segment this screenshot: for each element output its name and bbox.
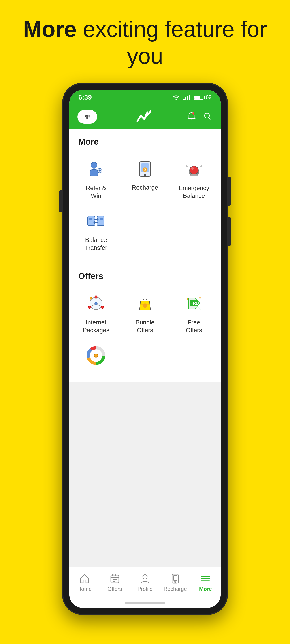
donut-item[interactable] — [72, 339, 121, 375]
recharge-icon: $ — [134, 158, 156, 180]
svg-point-5 — [192, 112, 194, 115]
nav-home[interactable]: Home — [69, 573, 100, 592]
svg-line-7 — [209, 118, 211, 120]
svg-line-20 — [186, 166, 188, 168]
page-headline: More exciting feature for you — [22, 16, 268, 69]
svg-rect-25 — [88, 216, 95, 226]
home-icon — [79, 573, 90, 584]
search-icon — [203, 111, 213, 121]
refer-win-item[interactable]: Refer &Win — [72, 152, 121, 204]
lang-button[interactable]: বাং — [77, 110, 97, 124]
nav-offers-label: Offers — [107, 586, 122, 592]
svg-rect-60 — [173, 576, 177, 580]
logo-icon — [133, 109, 151, 124]
nav-profile-label: Profile — [137, 586, 153, 592]
offers-empty-1 — [121, 339, 170, 375]
svg-rect-3 — [187, 96, 188, 100]
bundle-offers-item[interactable]: BundleOffers — [121, 287, 170, 339]
bottom-nav: Home Offers — [69, 567, 221, 598]
nav-recharge[interactable]: Recharge — [160, 573, 190, 592]
battery-percent: 69 — [206, 94, 212, 100]
svg-point-37 — [90, 297, 92, 300]
svg-point-42 — [187, 298, 188, 300]
refer-icon — [85, 158, 107, 180]
nav-profile[interactable]: Profile — [130, 573, 160, 592]
svg-text:FREE: FREE — [190, 301, 201, 306]
svg-point-32 — [101, 306, 104, 308]
svg-line-21 — [200, 166, 202, 168]
svg-point-19 — [189, 166, 198, 174]
page-background: More exciting feature for you 6:39 — [0, 0, 290, 644]
svg-point-58 — [143, 575, 147, 579]
status-time: 6:39 — [78, 94, 92, 101]
nav-more-label: More — [199, 586, 212, 592]
emergency-balance-item[interactable]: EmergencyBalance — [169, 152, 218, 204]
svg-point-51 — [94, 354, 98, 357]
offers-section-title: Offers — [69, 264, 221, 285]
bell-button[interactable] — [187, 111, 196, 122]
recharge-item[interactable]: $ Recharge — [121, 152, 170, 204]
svg-rect-28 — [100, 218, 103, 220]
status-icons: 69 — [172, 94, 212, 100]
free-offers-item[interactable]: FREE FreeOffers — [169, 287, 218, 339]
emergency-balance-label: EmergencyBalance — [179, 184, 209, 200]
svg-point-30 — [95, 296, 97, 298]
svg-point-23 — [191, 167, 194, 170]
internet-packages-label: InternetPackages — [83, 319, 109, 334]
phone-wrapper: 6:39 — [62, 83, 228, 615]
home-indicator — [69, 598, 221, 608]
status-bar: 6:39 — [69, 90, 221, 104]
main-content: More — [69, 129, 221, 567]
emergency-icon — [183, 158, 205, 180]
nav-recharge-label: Recharge — [164, 586, 187, 592]
nav-more[interactable]: More — [190, 573, 221, 592]
refer-win-label: Refer &Win — [86, 184, 107, 200]
more-row-2: BalanceTransfer — [69, 204, 221, 263]
svg-point-61 — [175, 581, 176, 582]
wifi-icon — [172, 94, 180, 100]
headline-bold: More — [23, 16, 77, 42]
free-icon: FREE — [183, 292, 205, 314]
bundle-offers-label: BundleOffers — [136, 319, 154, 334]
more-section-title: More — [69, 129, 221, 150]
svg-point-43 — [199, 297, 201, 298]
svg-point-8 — [91, 162, 97, 168]
phone-screen: 6:39 — [69, 90, 221, 608]
more-nav-icon — [200, 573, 211, 584]
recharge-nav-icon — [169, 573, 181, 584]
svg-rect-2 — [185, 98, 186, 100]
offers-empty-2 — [169, 339, 218, 375]
donut-icon — [85, 344, 107, 367]
bundle-icon — [134, 292, 156, 314]
offers-row-1: InternetPackages — [69, 285, 221, 339]
svg-point-31 — [88, 306, 91, 308]
internet-packages-item[interactable]: InternetPackages — [72, 287, 121, 339]
svg-rect-1 — [183, 98, 185, 100]
page-header: More exciting feature for you — [0, 0, 290, 80]
internet-icon — [85, 292, 107, 314]
home-bar — [125, 602, 165, 604]
svg-point-0 — [176, 98, 177, 100]
app-header: বাং — [69, 104, 221, 129]
app-logo — [133, 109, 151, 124]
free-offers-label: FreeOffers — [186, 319, 202, 334]
svg-line-44 — [197, 306, 201, 310]
more-row-1: Refer &Win $ — [69, 150, 221, 204]
svg-rect-24 — [190, 174, 198, 176]
empty-cell-2 — [169, 204, 218, 256]
profile-icon — [139, 573, 151, 584]
battery-icon: 69 — [194, 94, 212, 100]
search-button[interactable] — [203, 111, 213, 122]
svg-point-15 — [144, 174, 146, 176]
svg-rect-26 — [89, 218, 92, 220]
svg-rect-27 — [97, 216, 104, 226]
nav-offers[interactable]: Offers — [100, 573, 130, 592]
more-section: More — [69, 129, 221, 382]
header-right-icons — [187, 111, 213, 122]
balance-transfer-label: BalanceTransfer — [85, 236, 107, 252]
recharge-label: Recharge — [132, 184, 158, 191]
offers-row-2 — [69, 339, 221, 382]
balance-transfer-item[interactable]: BalanceTransfer — [72, 204, 121, 256]
signal-icon — [183, 94, 191, 100]
offers-nav-icon — [109, 573, 121, 584]
